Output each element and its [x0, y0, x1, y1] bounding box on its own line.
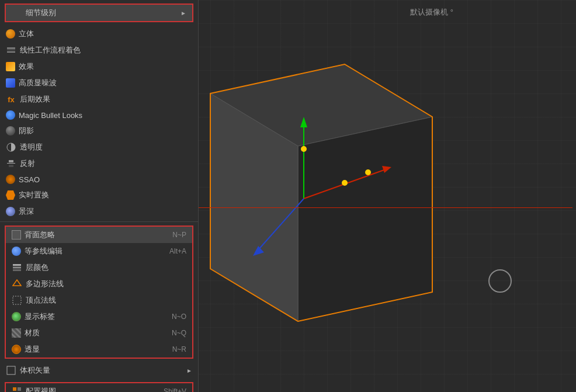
menu-item-reflect[interactable]: 反射 [0, 155, 198, 172]
post-effect-icon: fx [6, 94, 16, 105]
detail-level-label: 细节级别 [26, 8, 177, 18]
hq-noise-icon [6, 78, 15, 88]
magic-bullet-label: Magic Bullet Looks [19, 111, 192, 120]
svg-rect-20 [13, 264, 21, 266]
xray-icon [12, 345, 21, 354]
realtime-label: 实时置换 [19, 190, 192, 200]
svg-marker-23 [13, 280, 21, 286]
effect-label: 效果 [19, 61, 192, 72]
svg-rect-15 [7, 51, 15, 53]
menu-item-post-effect[interactable]: fx 后期效果 [0, 91, 198, 107]
svg-rect-25 [7, 366, 15, 374]
transparency-label: 透明度 [20, 142, 192, 152]
svg-rect-27 [18, 387, 21, 391]
xray-label: 透显 [25, 344, 166, 355]
iso-edit-icon [12, 247, 21, 256]
menu-item-material[interactable]: 材质 N~Q [6, 325, 192, 341]
svg-rect-17 [7, 163, 15, 164]
svg-point-12 [365, 169, 371, 175]
menu-section-bot: 配置视图... Shift+V 配置相似... Shift+Alt+V [5, 382, 193, 392]
svg-rect-24 [13, 296, 21, 304]
ssao-icon [6, 175, 15, 184]
red-horizontal-line [164, 207, 572, 208]
reflect-icon [6, 158, 16, 169]
iso-edit-shortcut: Alt+A [169, 247, 186, 255]
menu-item-shadow[interactable]: 阴影 [0, 123, 198, 139]
divider-1 [0, 221, 198, 222]
menu-item-realtime[interactable]: 实时置换 [0, 187, 198, 203]
menu-item-back-cull[interactable]: 背面忽略 N~P [6, 227, 192, 243]
menu-section-mid: 背面忽略 N~P 等参线编辑 Alt+A 层颜色 多边形法线 顶点法线 [5, 226, 193, 359]
menu-item-iso-edit[interactable]: 等参线编辑 Alt+A [6, 243, 192, 259]
menu-item-layer-color[interactable]: 层颜色 [6, 259, 192, 276]
menu-item-solid[interactable]: 立体 [0, 26, 198, 42]
show-tag-icon [12, 312, 21, 321]
magic-bullet-icon [6, 110, 15, 120]
post-effect-label: 后期效果 [20, 94, 192, 105]
show-tag-shortcut: N~O [172, 313, 186, 321]
menu-item-xray[interactable]: 透显 N~R [6, 341, 192, 358]
iso-edit-label: 等参线编辑 [25, 246, 164, 256]
solid-icon [6, 29, 15, 39]
volume-vector-label: 体积矢量 [20, 365, 183, 376]
material-label: 材质 [25, 328, 166, 338]
material-icon [12, 328, 21, 338]
menu-section-detail-level: 细节级别 ► [5, 4, 193, 22]
menu-item-hq-noise[interactable]: 高质显噪波 [0, 75, 198, 91]
show-tag-label: 显示标签 [25, 311, 166, 322]
layer-color-label: 层颜色 [26, 262, 186, 273]
volume-vector-icon [6, 365, 16, 376]
solid-label: 立体 [19, 29, 192, 39]
config-view-label: 配置视图... [26, 386, 158, 392]
effect-icon [6, 62, 15, 71]
ambient-label: 景深 [19, 206, 192, 217]
material-shortcut: N~Q [172, 329, 186, 337]
shadow-icon [6, 126, 15, 136]
menu-item-ambient[interactable]: 景深 [0, 203, 198, 220]
svg-rect-21 [13, 267, 21, 269]
config-view-icon [12, 386, 22, 392]
detail-level-arrow: ► [181, 10, 186, 16]
realtime-icon [6, 190, 15, 200]
viewport-gizmo[interactable] [488, 269, 512, 293]
menu-item-vertex-normal[interactable]: 顶点法线 [6, 292, 192, 308]
poly-line-label: 多边形法线 [26, 279, 186, 289]
menu-item-magic-bullet[interactable]: Magic Bullet Looks [0, 107, 198, 123]
svg-marker-18 [9, 160, 13, 162]
svg-marker-1 [298, 117, 432, 321]
config-view-shortcut: Shift+V [164, 387, 186, 392]
svg-point-11 [342, 180, 348, 186]
ssao-label: SSAO [19, 175, 192, 184]
menu-item-detail-level[interactable]: 细节级别 ► [6, 5, 192, 21]
svg-point-10 [301, 146, 307, 152]
poly-line-icon [12, 279, 22, 289]
linear-workflow-label: 线性工作流程着色 [20, 45, 192, 55]
ambient-icon [6, 207, 15, 216]
menu-item-transparency[interactable]: 透明度 [0, 139, 198, 155]
menu-item-ssao[interactable]: SSAO [0, 172, 198, 187]
volume-vector-arrow: ► [186, 367, 192, 374]
shadow-label: 阴影 [19, 126, 192, 136]
back-cull-label: 背面忽略 [25, 230, 166, 240]
layer-color-icon [12, 262, 22, 273]
menu-item-show-tag[interactable]: 显示标签 N~O [6, 308, 192, 325]
svg-rect-14 [7, 50, 15, 50]
linear-workflow-icon [6, 45, 16, 55]
reflect-label: 反射 [20, 158, 192, 169]
back-cull-shortcut: N~P [172, 231, 186, 239]
camera-label: 默认摄像机 ° [410, 7, 453, 18]
svg-rect-13 [7, 47, 15, 49]
menu-item-poly-line[interactable]: 多边形法线 [6, 276, 192, 292]
vertex-normal-label: 顶点法线 [26, 295, 186, 306]
cube-3d [164, 47, 456, 362]
detail-level-icon [12, 8, 22, 18]
back-cull-icon [12, 230, 21, 240]
menu-item-linear-workflow[interactable]: 线性工作流程着色 [0, 42, 198, 58]
menu-item-config-view[interactable]: 配置视图... Shift+V [6, 383, 192, 392]
svg-marker-19 [9, 165, 13, 167]
xray-shortcut: N~R [172, 345, 186, 353]
context-menu: 细节级别 ► 立体 线性工作流程着色 效果 高质显噪波 fx 后期效果 Magi… [0, 0, 199, 392]
vertex-normal-icon [12, 295, 22, 306]
menu-item-volume-vector[interactable]: 体积矢量 ► [0, 362, 198, 379]
menu-item-effect[interactable]: 效果 [0, 58, 198, 75]
